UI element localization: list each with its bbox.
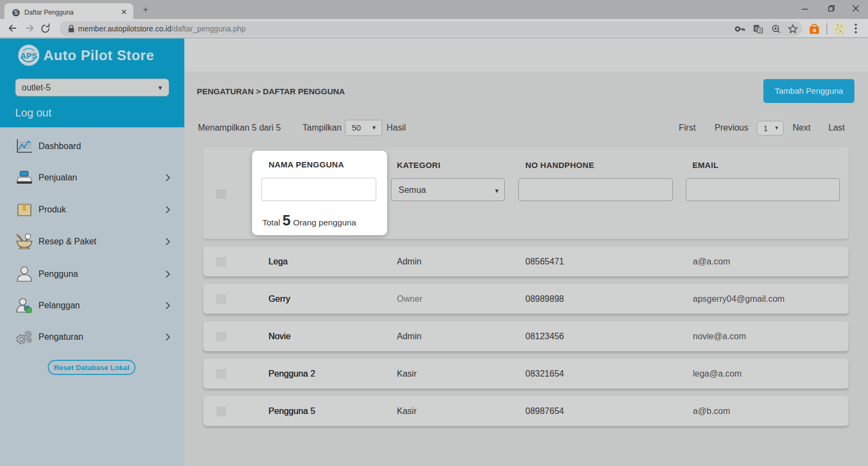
svg-text:文: 文	[758, 28, 763, 33]
svg-text:S: S	[14, 9, 18, 16]
svg-text:a: a	[813, 27, 816, 33]
